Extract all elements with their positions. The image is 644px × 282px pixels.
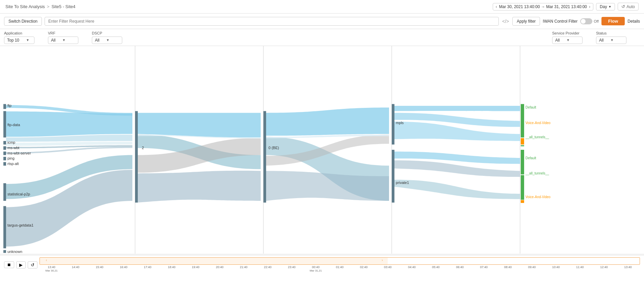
vrf-label-2: 2 [142, 146, 144, 150]
toggle-switch[interactable] [580, 18, 592, 24]
status-filter: Status All ▼ [596, 31, 626, 44]
status-private1-vav [521, 200, 524, 203]
app-node-unknown [3, 250, 6, 253]
header: Site To Site Analysis > Site5 - Site4 ‹ … [0, 0, 644, 14]
app-label-rtsp-alt: rtsp-alt [7, 162, 19, 166]
dscp-chevron-icon: ▼ [106, 38, 109, 42]
sp-label-private1: private1 [396, 181, 409, 185]
iwan-label: IWAN Control Filter [543, 19, 577, 24]
code-icon[interactable]: </> [501, 18, 510, 25]
day-label: Day [600, 4, 607, 9]
app-node-ftp [3, 104, 6, 109]
time-range-control[interactable]: ‹ Mar 30, 2021 13:40:00 → Mar 31, 2021 1… [493, 3, 593, 10]
dscp-select[interactable]: All ▼ [92, 37, 122, 44]
sp-value: All [555, 38, 560, 43]
breadcrumb: Site To Site Analysis > Site5 - Site4 [5, 4, 75, 9]
sp-node-private1 [392, 150, 394, 203]
app-label-ftp: ftp [7, 103, 11, 108]
status-chevron-icon: ▼ [610, 38, 614, 42]
app-label-ms-wbt: ms-wbt [7, 146, 20, 150]
toggle-label: Off [594, 19, 598, 23]
apply-filter-button[interactable]: Apply filter [512, 17, 540, 26]
auto-label: Auto [626, 4, 635, 9]
vrf-filter: VRF All ▼ [48, 31, 78, 44]
iwan-toggle[interactable]: Off [580, 18, 598, 24]
dscp-filter: DSCP All ▼ [92, 31, 122, 44]
vrf-node-2 [135, 111, 138, 203]
sp-select[interactable]: All ▼ [552, 37, 583, 44]
app-label-ftp-data: ftp-data [7, 123, 20, 127]
dscp-node [263, 111, 266, 203]
time-range-label: Mar 30, 2021 13:40:00 → Mar 31, 2021 13:… [499, 4, 587, 9]
vrf-value: All [51, 38, 55, 43]
app-label-ping: ping [7, 156, 15, 160]
app-label-icmp: icmp [7, 140, 15, 144]
flow-vrf-dscp-main [138, 113, 261, 138]
application-select[interactable]: Top 10 ▼ [4, 37, 34, 44]
application-label: Application [4, 31, 34, 35]
label-default-2: Default [525, 156, 536, 160]
app-node-ms-wbt [3, 146, 6, 150]
app-label-ms-wbt-server: ms-wbt-server [7, 151, 31, 155]
sp-chevron-icon: ▼ [566, 38, 570, 42]
day-chevron-icon: ▼ [608, 5, 611, 8]
sp-label-mpls: mpls [396, 121, 404, 125]
app-node-rtsp-alt [3, 162, 6, 165]
flow-button[interactable]: Flow [601, 17, 625, 25]
status-mpls-vav [521, 138, 524, 145]
app-label-statistical-p2p: statistical-p2p [7, 192, 30, 196]
application-filter: Application Top 10 ▼ [4, 31, 34, 44]
status-select[interactable]: All ▼ [596, 37, 626, 44]
dscp-label: DSCP [92, 31, 122, 35]
app-node-targus-getdata1 [3, 206, 6, 249]
label-default-1: Default [525, 105, 536, 109]
sp-label: Service Provider [552, 31, 583, 35]
toolbar: Switch Direction </> Apply filter IWAN C… [0, 14, 644, 29]
label-tunnels-1: __all_tunnels__ [525, 135, 549, 139]
breadcrumb-root[interactable]: Site To Site Analysis [5, 4, 45, 9]
vrf-select[interactable]: All ▼ [48, 37, 78, 44]
flow-vrf-dscp-bottom [138, 171, 261, 203]
application-value: Top 10 [7, 38, 19, 43]
status-private1-tunnels [521, 175, 524, 200]
next-arrow-icon[interactable]: › [589, 4, 590, 9]
filter-input[interactable] [45, 17, 499, 26]
vrf-chevron-icon: ▼ [62, 38, 66, 42]
auto-button[interactable]: ↺ Auto [618, 3, 639, 10]
sp-node-mpls [392, 104, 394, 145]
label-vav-2: Voice-And-Video [525, 195, 551, 198]
refresh-icon: ↺ [621, 4, 625, 9]
app-node-ping [3, 157, 6, 160]
flow-mpls-default [394, 106, 520, 111]
dscp-label-value: 0 (BE) [268, 146, 279, 150]
sp-filter: Service Provider All ▼ [552, 31, 583, 44]
app-node-statistical-p2p [3, 183, 6, 201]
flow-dscp-mpls-1 [266, 108, 389, 136]
filters-row: Application Top 10 ▼ VRF All ▼ DSCP All … [0, 29, 644, 46]
breadcrumb-current: Site5 - Site4 [51, 4, 75, 9]
label-vav-1: Voice-And-Video [525, 121, 551, 125]
app-label-unknown: unknown [7, 250, 22, 254]
app-node-ms-wbt-server [3, 151, 6, 155]
details-button[interactable]: Details [627, 19, 640, 24]
prev-arrow-icon[interactable]: ‹ [496, 4, 497, 9]
status-label: Status [596, 31, 626, 35]
app-node-icmp [3, 141, 6, 144]
day-select[interactable]: Day ▼ [596, 3, 615, 10]
label-tunnels-2: __all_tunnels__ [525, 171, 549, 175]
app-node-ftp-data [3, 111, 6, 138]
dscp-value: All [95, 38, 99, 43]
header-right: ‹ Mar 30, 2021 13:40:00 → Mar 31, 2021 1… [493, 3, 639, 10]
status-private1-default [521, 150, 524, 174]
switch-direction-button[interactable]: Switch Direction [4, 17, 42, 26]
sankey-svg: ftp ftp-data icmp ms-wbt ms-wbt-server p… [0, 46, 644, 254]
status-mpls-default [521, 104, 524, 138]
flow-private1-vav [394, 180, 520, 199]
vrf-label: VRF [48, 31, 78, 35]
flow-ftp-data-vrf-main [6, 112, 132, 137]
application-chevron-icon: ▼ [26, 38, 29, 42]
breadcrumb-sep: > [47, 4, 50, 9]
status-value: All [599, 38, 603, 43]
app-label-targus-getdata1: targus-getdata1 [7, 223, 33, 227]
sankey-chart: ftp ftp-data icmp ms-wbt ms-wbt-server p… [0, 46, 644, 254]
